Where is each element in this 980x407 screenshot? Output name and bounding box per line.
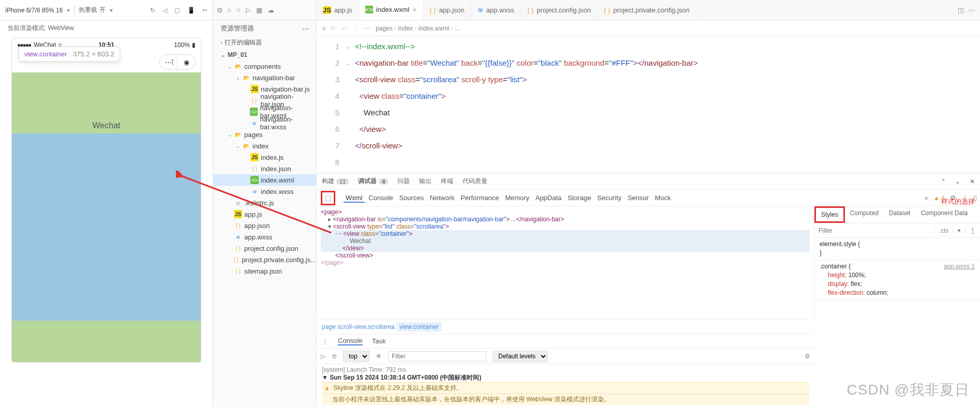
more-icon[interactable]: ⋯: [302, 25, 309, 33]
cloud-icon[interactable]: ☁: [268, 6, 274, 14]
devtools-tab[interactable]: Console: [366, 194, 395, 202]
wxml-tree[interactable]: <page> ▸ <navigation-bar is="components/…: [317, 206, 814, 320]
wxml-crumb[interactable]: page: [322, 323, 336, 330]
nav-fwd-icon[interactable]: →: [353, 25, 359, 32]
gear-icon[interactable]: ⚙: [805, 353, 810, 360]
battery-pct: 100%: [174, 41, 190, 49]
styles-filter-input[interactable]: [814, 227, 934, 234]
styles-tab[interactable]: Component Data: [915, 206, 973, 223]
ext-icon[interactable]: ▦: [256, 6, 262, 14]
menu-icon[interactable]: ≡: [322, 25, 325, 32]
tab-console[interactable]: Console: [338, 337, 363, 345]
tree-item[interactable]: JSindex.js: [213, 152, 316, 163]
editor-tab[interactable]: <>index.wxml×: [359, 0, 424, 20]
close-icon[interactable]: ✕: [970, 178, 975, 185]
breadcrumb-path[interactable]: pages › index › index.wxml › ...: [376, 25, 460, 32]
nav-back-icon[interactable]: ←: [341, 25, 348, 32]
files-icon[interactable]: ⧉: [217, 6, 222, 14]
debug-icon[interactable]: ▷: [246, 6, 251, 14]
annotation-hint: 样式的选择: [941, 197, 975, 206]
capsule-close-icon[interactable]: ◉: [177, 55, 195, 69]
tree-item[interactable]: <>index.wxml: [213, 174, 316, 186]
more-tabs-icon[interactable]: »: [925, 194, 928, 202]
devtools-tab[interactable]: Mock: [653, 194, 673, 202]
tree-item[interactable]: ≋app.wxss: [213, 231, 316, 243]
devtools-tab[interactable]: Sensor: [626, 194, 651, 202]
editor-tab[interactable]: { }project.config.json: [521, 0, 598, 20]
branch-icon[interactable]: ⑂: [236, 6, 241, 14]
tab-problems[interactable]: 问题: [397, 177, 410, 186]
open-editors-section[interactable]: ›打开的编辑器: [213, 36, 316, 49]
editor-tab[interactable]: { }app.json: [423, 0, 471, 20]
element-inspector-icon[interactable]: ⬚: [321, 191, 335, 205]
search-icon[interactable]: ○: [227, 6, 231, 14]
tree-item[interactable]: ≋navigation-bar.wxss: [213, 117, 316, 129]
back-icon[interactable]: ◁: [162, 7, 167, 14]
more-icon[interactable]: ⋯: [364, 25, 370, 32]
tree-item[interactable]: { }sitemap.json: [213, 265, 316, 277]
devtools-tab[interactable]: Performance: [458, 194, 501, 202]
styles-tab[interactable]: Styles: [814, 206, 845, 223]
tab-task[interactable]: Task: [372, 337, 386, 345]
container-rule-block[interactable]: app.wxss:1 .container { height: 100%;dis…: [814, 260, 980, 300]
editor-tab[interactable]: { }project.private.config.json: [598, 0, 696, 20]
project-section[interactable]: ⌄MP_01: [213, 49, 316, 61]
add-rule-icon[interactable]: +: [953, 227, 965, 234]
hot-reload-toggle[interactable]: 热重载 开: [79, 6, 105, 14]
tree-item[interactable]: ◎.eslintrc.js: [213, 197, 316, 208]
devtools-tab[interactable]: Storage: [566, 194, 593, 202]
styles-tab[interactable]: Dataset: [884, 206, 915, 223]
cut-icon[interactable]: ✂: [202, 7, 207, 14]
tree-item[interactable]: { }index.json: [213, 163, 316, 174]
render-area[interactable]: Wechat: [12, 72, 201, 362]
console-menu-icon[interactable]: ⋮: [322, 337, 329, 345]
cls-toggle[interactable]: .cls: [934, 227, 953, 234]
devtools-tab[interactable]: AppData: [533, 194, 564, 202]
devtools-tab[interactable]: Network: [428, 194, 457, 202]
tree-item[interactable]: ≋index.wxss: [213, 186, 316, 197]
wxml-selected-node[interactable]: ⋯ <view class="container">: [321, 230, 810, 237]
capsule-menu-icon[interactable]: ⋯: [160, 55, 177, 69]
bookmark-icon[interactable]: ⚐: [331, 25, 336, 32]
tab-terminal[interactable]: 终端: [441, 177, 453, 186]
tree-item[interactable]: JSapp.js: [213, 208, 316, 220]
tree-item[interactable]: { }project.private.config.js...: [213, 254, 316, 265]
refresh-icon[interactable]: ↻: [150, 7, 155, 14]
devtools-tab[interactable]: Security: [595, 194, 623, 202]
tab-debugger[interactable]: 调试器4: [358, 177, 388, 186]
phone-icon[interactable]: 📱: [187, 7, 195, 14]
clear-icon[interactable]: ⊘: [332, 353, 337, 360]
element-style-block[interactable]: element.style { }: [814, 238, 980, 260]
levels-select[interactable]: Default levels: [493, 351, 548, 362]
more-icon[interactable]: ⋮: [965, 227, 980, 234]
more-icon[interactable]: ⋯: [968, 6, 975, 14]
tree-item[interactable]: ⌄📂navigation-bar: [213, 72, 316, 83]
split-icon[interactable]: ◫: [958, 6, 964, 14]
context-select[interactable]: top: [343, 351, 369, 362]
chevron-down-icon[interactable]: ⌄: [955, 178, 960, 185]
css-source-link[interactable]: app.wxss:1: [944, 262, 975, 271]
tree-item[interactable]: { }project.config.json: [213, 243, 316, 254]
home-icon[interactable]: ▢: [174, 7, 180, 14]
tab-output[interactable]: 输出: [419, 177, 432, 186]
eye-icon[interactable]: 👁: [376, 353, 382, 360]
styles-tab[interactable]: Computed: [845, 206, 884, 223]
tree-item[interactable]: ⌄📂components: [213, 61, 316, 72]
devtools-tab[interactable]: Wxml: [344, 194, 365, 203]
device-selector[interactable]: iPhone 6/7/8 85% 16: [5, 7, 63, 14]
wxml-crumb[interactable]: scroll-view.scrollarea: [337, 323, 395, 330]
tab-build[interactable]: 构建11: [322, 177, 349, 186]
code-editor[interactable]: 12345678 ⌄⌄ <!--index.wxml--><navigation…: [317, 36, 980, 173]
editor-tab[interactable]: ≋app.wxss: [471, 0, 521, 20]
editor-tab[interactable]: JSapp.js: [317, 0, 359, 20]
devtools-tab[interactable]: Sources: [397, 194, 426, 202]
tree-item[interactable]: ⌄📂index: [213, 140, 316, 152]
console-filter-input[interactable]: [388, 351, 486, 361]
tree-item[interactable]: { }app.json: [213, 220, 316, 231]
wxml-crumb[interactable]: view.container: [396, 322, 442, 331]
devtools-tab[interactable]: Memory: [503, 194, 531, 202]
chevron-up-icon[interactable]: ⌃: [941, 178, 946, 185]
tab-quality[interactable]: 代码质量: [463, 177, 487, 186]
close-icon[interactable]: ×: [412, 6, 417, 14]
play-icon[interactable]: ▷: [321, 353, 325, 360]
